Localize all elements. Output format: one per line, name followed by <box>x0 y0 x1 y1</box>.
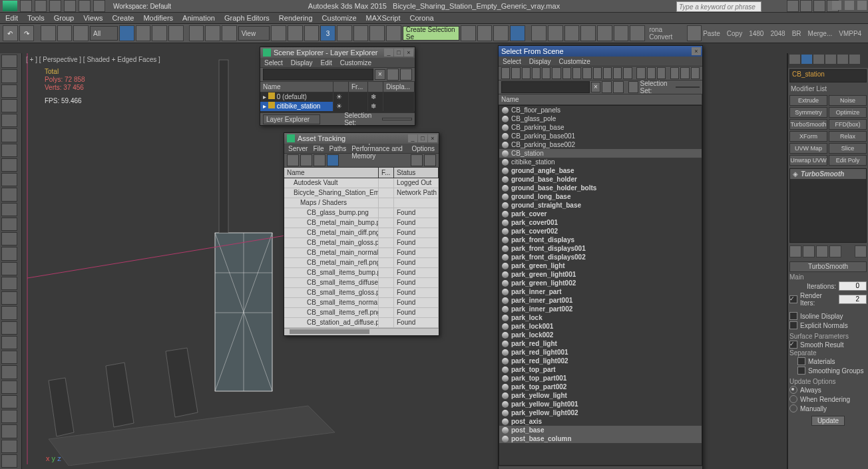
move-icon[interactable] <box>189 25 204 41</box>
asset-hscroll[interactable] <box>284 328 439 335</box>
corona-icon[interactable] <box>630 25 645 41</box>
sfs-search-input[interactable] <box>501 81 590 93</box>
asset-row[interactable]: Autodesk VaultLogged Out <box>284 178 439 188</box>
select-object-icon[interactable] <box>119 25 134 41</box>
sfs-s3-icon[interactable] <box>628 81 638 93</box>
sfs-f13-icon[interactable] <box>623 67 632 79</box>
render-icon[interactable] <box>614 25 629 41</box>
se-menu-display[interactable]: Display <box>291 59 313 67</box>
sfs-item[interactable]: park_green_light001 <box>499 270 702 279</box>
layer-row[interactable]: ▸ citibike_station☀❄ <box>260 102 415 111</box>
select-rect-icon[interactable] <box>152 25 167 41</box>
se-search-input[interactable] <box>263 69 373 80</box>
menu-animation[interactable]: Animation <box>182 14 215 22</box>
sfs-item[interactable]: ground_base_holder <box>499 175 702 184</box>
sfs-item[interactable]: park_inner_part <box>499 287 702 296</box>
minimize-icon[interactable] <box>832 1 841 10</box>
se-mode-dropdown[interactable]: Layer Explorer <box>263 114 320 124</box>
sfs-item[interactable]: park_cover001 <box>499 218 702 227</box>
sfs-item[interactable]: CB_glass_pole <box>499 114 702 123</box>
at-menu-file[interactable]: File <box>313 145 324 152</box>
sfs-item[interactable]: park_cover <box>499 210 702 218</box>
merge-button[interactable]: Merge... <box>808 30 833 37</box>
rail-btn-23[interactable] <box>1 395 17 408</box>
stack-show-icon[interactable] <box>803 245 815 257</box>
asset-row[interactable]: Bicycle_Sharing_Station_Empty_G...Networ… <box>284 188 439 198</box>
material-editor-icon[interactable] <box>564 25 580 41</box>
at-opts-icon[interactable] <box>424 154 436 166</box>
rail-btn-10[interactable] <box>1 203 17 216</box>
mod-symmetry[interactable]: Symmetry <box>789 107 827 118</box>
workspace-dropdown[interactable]: Workspace: Default <box>113 3 171 10</box>
sfs-f3-icon[interactable] <box>522 67 531 79</box>
menu-customize[interactable]: Customize <box>322 14 357 22</box>
mod-relax[interactable]: Relax <box>829 131 867 142</box>
tab-utilities-icon[interactable] <box>849 55 860 64</box>
rail-btn-1[interactable] <box>1 69 17 82</box>
sfs-f7-icon[interactable] <box>562 67 571 79</box>
object-name-field[interactable]: CB_station <box>789 69 867 82</box>
mod-ffdbox[interactable]: FFD(box) <box>829 119 867 130</box>
rail-btn-17[interactable] <box>1 306 17 319</box>
rail-btn-3[interactable] <box>1 99 17 112</box>
se-selset-dropdown[interactable] <box>382 118 412 120</box>
rail-btn-7[interactable] <box>1 158 17 172</box>
mod-editpoly[interactable]: Edit Poly <box>829 155 867 166</box>
asset-row[interactable]: CB_small_items_refl.pngFound <box>284 308 439 318</box>
qat-open-icon[interactable] <box>35 0 47 12</box>
update-render-radio[interactable] <box>789 395 797 403</box>
sfs-item[interactable]: ground_angle_base <box>499 166 702 175</box>
bind-icon[interactable] <box>73 25 89 41</box>
sfs-item[interactable]: park_front_displays002 <box>499 253 702 261</box>
sfs-selset-dropdown[interactable] <box>676 86 700 88</box>
qat-new-icon[interactable] <box>20 0 32 12</box>
close-icon[interactable] <box>857 1 867 10</box>
sfs-item[interactable]: park_lock001 <box>499 322 702 331</box>
se-menu-select[interactable]: Select <box>264 59 283 67</box>
asset-row[interactable]: CB_metal_main_diff.pngFound <box>284 228 439 238</box>
at-highlight-icon[interactable] <box>327 154 339 166</box>
render-iters-check[interactable] <box>789 295 797 303</box>
scene-explorer-titlebar[interactable]: Scene Explorer - Layer Explorer _□× <box>260 47 415 58</box>
br-button[interactable]: BR <box>792 30 801 37</box>
sfs-filter-icon[interactable] <box>670 67 679 79</box>
sfs-item[interactable]: park_front_displays001 <box>499 244 702 253</box>
sfs-cols-icon[interactable] <box>680 67 689 79</box>
redo-icon[interactable]: ↷ <box>19 25 35 41</box>
rail-btn-26[interactable] <box>1 440 17 453</box>
se-view-icon[interactable] <box>400 69 412 80</box>
menu-corona[interactable]: Corona <box>410 14 434 22</box>
at-b3-icon[interactable] <box>314 154 326 166</box>
rail-btn-5[interactable] <box>1 128 17 142</box>
menu-maxscript[interactable]: MAXScript <box>366 14 401 22</box>
sfs-f8-icon[interactable] <box>572 67 581 79</box>
render-setup-icon[interactable] <box>580 25 596 41</box>
sfs-item[interactable]: post_base_column <box>499 434 702 443</box>
signin-icon[interactable] <box>813 0 825 12</box>
angle-snap-icon[interactable] <box>337 25 352 41</box>
help-search-input[interactable] <box>676 1 761 12</box>
sfs-f4-icon[interactable] <box>532 67 541 79</box>
se-menu-customize[interactable]: Customize <box>340 59 371 67</box>
sfs-item[interactable]: CB_floor_panels <box>499 106 702 114</box>
tab-motion-icon[interactable] <box>825 55 836 64</box>
maximize-icon[interactable]: □ <box>418 134 427 142</box>
mod-uvwmap[interactable]: UVW Map <box>789 143 827 154</box>
sfs-item[interactable]: park_inner_part002 <box>499 305 702 313</box>
percent-snap-icon[interactable] <box>353 25 369 41</box>
corona-convert-label[interactable]: rona Convert <box>649 26 685 41</box>
rail-btn-2[interactable] <box>1 84 17 98</box>
se-clear-icon[interactable]: × <box>375 69 385 80</box>
sfs-opts-icon[interactable] <box>691 67 700 79</box>
layers-icon[interactable] <box>493 25 509 41</box>
copy-button[interactable]: Copy <box>727 30 742 37</box>
render-iters-spinner[interactable]: 2 <box>839 295 867 304</box>
vmpp-button[interactable]: VMPP4 <box>839 30 861 37</box>
maximize-icon[interactable] <box>845 1 854 10</box>
asset-column-headers[interactable]: Name F... Status <box>284 168 439 178</box>
maximize-icon[interactable]: □ <box>394 49 403 57</box>
rail-btn-21[interactable] <box>1 365 17 379</box>
menu-create[interactable]: Create <box>112 14 134 22</box>
stack-unique-icon[interactable] <box>816 245 828 257</box>
sfs-item[interactable]: CB_parking_base002 <box>499 140 702 149</box>
